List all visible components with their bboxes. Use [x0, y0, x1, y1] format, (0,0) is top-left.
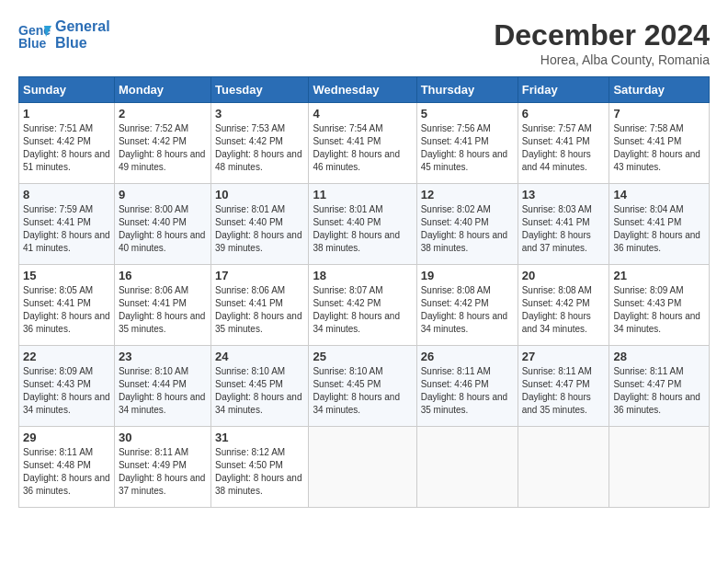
title-block: December 2024 Horea, Alba County, Romani…: [494, 18, 710, 67]
day-info: Sunrise: 8:01 AMSunset: 4:40 PMDaylight:…: [215, 203, 304, 255]
day-info: Sunrise: 8:09 AMSunset: 4:43 PMDaylight:…: [613, 284, 705, 336]
svg-text:Blue: Blue: [18, 36, 47, 51]
day-number: 20: [522, 269, 606, 282]
calendar-cell: [416, 427, 518, 508]
day-number: 18: [313, 269, 412, 282]
calendar-cell: 11Sunrise: 8:01 AMSunset: 4:40 PMDayligh…: [309, 184, 416, 265]
calendar-header-row: SundayMondayTuesdayWednesdayThursdayFrid…: [19, 77, 710, 103]
weekday-header-monday: Monday: [114, 77, 210, 103]
day-number: 2: [119, 107, 207, 121]
day-number: 28: [613, 350, 705, 363]
day-info: Sunrise: 8:06 AMSunset: 4:41 PMDaylight:…: [215, 284, 304, 336]
day-number: 14: [613, 188, 705, 201]
calendar-table: SundayMondayTuesdayWednesdayThursdayFrid…: [18, 76, 710, 508]
calendar-week-4: 22Sunrise: 8:09 AMSunset: 4:43 PMDayligh…: [19, 346, 710, 427]
day-info: Sunrise: 8:06 AMSunset: 4:41 PMDaylight:…: [119, 284, 207, 336]
day-info: Sunrise: 7:54 AMSunset: 4:41 PMDaylight:…: [313, 122, 412, 174]
calendar-cell: 21Sunrise: 8:09 AMSunset: 4:43 PMDayligh…: [609, 265, 710, 346]
day-info: Sunrise: 7:52 AMSunset: 4:42 PMDaylight:…: [119, 122, 207, 174]
calendar-cell: 27Sunrise: 8:11 AMSunset: 4:47 PMDayligh…: [518, 346, 609, 427]
day-info: Sunrise: 8:11 AMSunset: 4:47 PMDaylight:…: [613, 365, 705, 417]
day-info: Sunrise: 8:02 AMSunset: 4:40 PMDaylight:…: [421, 203, 514, 255]
calendar-cell: 29Sunrise: 8:11 AMSunset: 4:48 PMDayligh…: [19, 427, 115, 508]
calendar-cell: 10Sunrise: 8:01 AMSunset: 4:40 PMDayligh…: [210, 184, 308, 265]
calendar-cell: 16Sunrise: 8:06 AMSunset: 4:41 PMDayligh…: [114, 265, 210, 346]
day-info: Sunrise: 8:08 AMSunset: 4:42 PMDaylight:…: [522, 284, 606, 336]
day-number: 1: [23, 107, 110, 121]
weekday-header-saturday: Saturday: [609, 77, 710, 103]
day-info: Sunrise: 8:03 AMSunset: 4:41 PMDaylight:…: [522, 203, 606, 255]
day-number: 24: [215, 350, 304, 363]
calendar-cell: [609, 427, 710, 508]
day-info: Sunrise: 8:10 AMSunset: 4:44 PMDaylight:…: [119, 365, 207, 417]
calendar-cell: 18Sunrise: 8:07 AMSunset: 4:42 PMDayligh…: [309, 265, 416, 346]
calendar-cell: 3Sunrise: 7:53 AMSunset: 4:42 PMDaylight…: [210, 103, 308, 184]
calendar-cell: 23Sunrise: 8:10 AMSunset: 4:44 PMDayligh…: [114, 346, 210, 427]
day-number: 27: [522, 350, 606, 363]
month-title: December 2024: [494, 18, 710, 52]
calendar-cell: 5Sunrise: 7:56 AMSunset: 4:41 PMDaylight…: [416, 103, 518, 184]
calendar-body: 1Sunrise: 7:51 AMSunset: 4:42 PMDaylight…: [19, 103, 710, 508]
day-info: Sunrise: 7:56 AMSunset: 4:41 PMDaylight:…: [421, 122, 514, 174]
day-number: 21: [613, 269, 705, 282]
day-number: 17: [215, 269, 304, 282]
calendar-week-1: 1Sunrise: 7:51 AMSunset: 4:42 PMDaylight…: [19, 103, 710, 184]
calendar-week-2: 8Sunrise: 7:59 AMSunset: 4:41 PMDaylight…: [19, 184, 710, 265]
calendar-cell: 14Sunrise: 8:04 AMSunset: 4:41 PMDayligh…: [609, 184, 710, 265]
calendar-cell: 20Sunrise: 8:08 AMSunset: 4:42 PMDayligh…: [518, 265, 609, 346]
calendar-cell: 2Sunrise: 7:52 AMSunset: 4:42 PMDaylight…: [114, 103, 210, 184]
calendar-week-5: 29Sunrise: 8:11 AMSunset: 4:48 PMDayligh…: [19, 427, 710, 508]
calendar-cell: 12Sunrise: 8:02 AMSunset: 4:40 PMDayligh…: [416, 184, 518, 265]
calendar-cell: [518, 427, 609, 508]
calendar-cell: 8Sunrise: 7:59 AMSunset: 4:41 PMDaylight…: [19, 184, 115, 265]
day-info: Sunrise: 8:11 AMSunset: 4:49 PMDaylight:…: [119, 446, 207, 498]
day-number: 23: [119, 350, 207, 363]
logo-line1: General: [55, 18, 110, 35]
day-info: Sunrise: 8:11 AMSunset: 4:48 PMDaylight:…: [23, 446, 110, 498]
logo-icon: General Blue: [18, 18, 51, 52]
logo: General Blue General Blue: [18, 18, 110, 52]
calendar-cell: 6Sunrise: 7:57 AMSunset: 4:41 PMDaylight…: [518, 103, 609, 184]
day-info: Sunrise: 8:05 AMSunset: 4:41 PMDaylight:…: [23, 284, 110, 336]
day-info: Sunrise: 8:07 AMSunset: 4:42 PMDaylight:…: [313, 284, 412, 336]
calendar-cell: 25Sunrise: 8:10 AMSunset: 4:45 PMDayligh…: [309, 346, 416, 427]
calendar-cell: 30Sunrise: 8:11 AMSunset: 4:49 PMDayligh…: [114, 427, 210, 508]
calendar-cell: [309, 427, 416, 508]
day-number: 11: [313, 188, 412, 201]
day-info: Sunrise: 8:12 AMSunset: 4:50 PMDaylight:…: [215, 446, 304, 498]
day-number: 30: [119, 431, 207, 444]
calendar-cell: 1Sunrise: 7:51 AMSunset: 4:42 PMDaylight…: [19, 103, 115, 184]
day-info: Sunrise: 8:11 AMSunset: 4:47 PMDaylight:…: [522, 365, 606, 417]
weekday-header-sunday: Sunday: [19, 77, 115, 103]
calendar-cell: 28Sunrise: 8:11 AMSunset: 4:47 PMDayligh…: [609, 346, 710, 427]
weekday-header-wednesday: Wednesday: [309, 77, 416, 103]
day-number: 9: [119, 188, 207, 201]
day-number: 8: [23, 188, 110, 201]
day-number: 16: [119, 269, 207, 282]
day-number: 7: [613, 107, 705, 121]
day-info: Sunrise: 8:08 AMSunset: 4:42 PMDaylight:…: [421, 284, 514, 336]
calendar-cell: 24Sunrise: 8:10 AMSunset: 4:45 PMDayligh…: [210, 346, 308, 427]
day-info: Sunrise: 8:10 AMSunset: 4:45 PMDaylight:…: [313, 365, 412, 417]
weekday-header-thursday: Thursday: [416, 77, 518, 103]
day-info: Sunrise: 7:59 AMSunset: 4:41 PMDaylight:…: [23, 203, 110, 255]
day-number: 19: [421, 269, 514, 282]
day-info: Sunrise: 8:04 AMSunset: 4:41 PMDaylight:…: [613, 203, 705, 255]
logo-line2: Blue: [55, 35, 110, 52]
calendar-cell: 9Sunrise: 8:00 AMSunset: 4:40 PMDaylight…: [114, 184, 210, 265]
day-info: Sunrise: 8:09 AMSunset: 4:43 PMDaylight:…: [23, 365, 110, 417]
day-number: 10: [215, 188, 304, 201]
page-header: General Blue General Blue December 2024 …: [18, 18, 710, 67]
day-number: 31: [215, 431, 304, 444]
calendar-cell: 13Sunrise: 8:03 AMSunset: 4:41 PMDayligh…: [518, 184, 609, 265]
calendar-cell: 7Sunrise: 7:58 AMSunset: 4:41 PMDaylight…: [609, 103, 710, 184]
day-number: 25: [313, 350, 412, 363]
day-info: Sunrise: 7:53 AMSunset: 4:42 PMDaylight:…: [215, 122, 304, 174]
calendar-cell: 15Sunrise: 8:05 AMSunset: 4:41 PMDayligh…: [19, 265, 115, 346]
calendar-cell: 4Sunrise: 7:54 AMSunset: 4:41 PMDaylight…: [309, 103, 416, 184]
calendar-cell: 22Sunrise: 8:09 AMSunset: 4:43 PMDayligh…: [19, 346, 115, 427]
weekday-header-friday: Friday: [518, 77, 609, 103]
day-number: 6: [522, 107, 606, 121]
day-number: 3: [215, 107, 304, 121]
day-info: Sunrise: 8:11 AMSunset: 4:46 PMDaylight:…: [421, 365, 514, 417]
